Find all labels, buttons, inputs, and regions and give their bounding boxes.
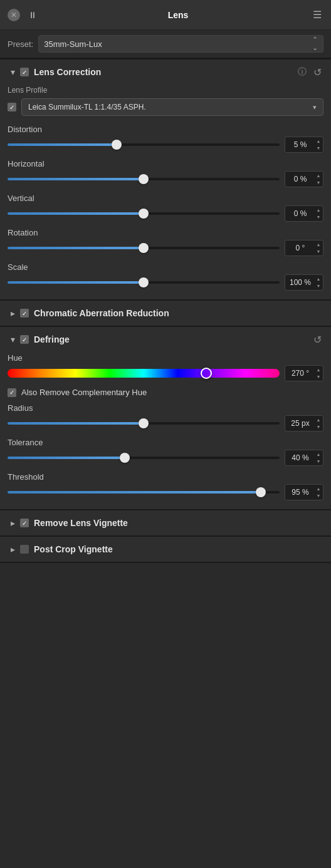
defringe-title: Defringe	[34, 334, 311, 344]
header: ✕ ⏸ Lens ☰	[0, 0, 331, 30]
hue-down-button[interactable]: ▼	[315, 374, 322, 380]
scale-slider-row: 100 % ▲ ▼	[8, 274, 323, 291]
tolerance-down-button[interactable]: ▼	[315, 458, 322, 465]
check-icon: ✓	[22, 336, 27, 343]
threshold-value[interactable]: 95 % ▲ ▼	[285, 484, 323, 500]
lens-correction-chevron[interactable]: ▾	[8, 67, 18, 77]
radius-down-button[interactable]: ▼	[315, 424, 322, 430]
horizontal-slider-row: 0 % ▲ ▼	[8, 171, 323, 187]
hue-value[interactable]: 270 ° ▲ ▼	[285, 365, 323, 381]
close-icon: ✕	[11, 11, 17, 19]
rotation-label: Rotation	[8, 228, 323, 237]
info-icon: ⓘ	[298, 66, 307, 78]
tolerance-up-button[interactable]: ▲	[315, 452, 322, 458]
distortion-up-button[interactable]: ▲	[315, 138, 322, 145]
check-icon: ✓	[22, 310, 27, 317]
info-button[interactable]: ⓘ	[296, 66, 308, 78]
rotation-slider[interactable]	[8, 247, 280, 249]
post-crop-vignette-section: ▸ Post Crop Vignette	[0, 537, 331, 563]
pause-icon: ⏸	[28, 10, 37, 20]
defringe-reset-button[interactable]: ↺	[311, 333, 323, 346]
reset-icon: ↺	[313, 334, 322, 346]
preset-label: Preset:	[8, 39, 33, 49]
lens-profile-sublabel: Lens Profile	[8, 86, 323, 95]
rotation-up-button[interactable]: ▲	[315, 242, 322, 248]
lens-correction-section: ▾ ✓ Lens Correction ⓘ ↺ Lens Profile ✓ L…	[0, 59, 331, 301]
distortion-slider[interactable]	[8, 143, 280, 146]
lens-correction-checkbox[interactable]: ✓	[20, 68, 29, 76]
dropdown-chevron-icon: ▾	[313, 103, 317, 111]
tolerance-label: Tolerance	[8, 438, 323, 447]
chromatic-title: Chromatic Aberration Reduction	[34, 308, 323, 318]
vertical-slider[interactable]	[8, 212, 280, 215]
radius-up-button[interactable]: ▲	[315, 417, 322, 423]
rotation-slider-row: 0 ° ▲ ▼	[8, 240, 323, 256]
menu-button[interactable]: ☰	[311, 9, 323, 21]
remove-lens-vignette-header: ▸ ✓ Remove Lens Vignette	[8, 518, 323, 528]
profile-dropdown[interactable]: Leica Summilux-TL 1:1.4/35 ASPH. ▾	[21, 98, 323, 116]
radius-value[interactable]: 25 px ▲ ▼	[285, 415, 323, 431]
tolerance-value[interactable]: 40 % ▲ ▼	[285, 450, 323, 466]
defringe-section: ▾ ✓ Defringe ↺ Hue 270 ° ▲ ▼ ✓	[0, 327, 331, 510]
threshold-slider-row: 95 % ▲ ▼	[8, 484, 323, 500]
check-icon: ✓	[9, 389, 14, 396]
radius-slider[interactable]	[8, 422, 280, 425]
tolerance-slider[interactable]	[8, 457, 280, 459]
vignette-chevron[interactable]: ▸	[8, 518, 18, 528]
vertical-down-button[interactable]: ▼	[315, 214, 322, 220]
hue-control: Hue 270 ° ▲ ▼	[8, 353, 323, 381]
defringe-checkbox[interactable]: ✓	[20, 335, 29, 344]
check-icon: ✓	[22, 520, 27, 527]
scale-label: Scale	[8, 262, 323, 272]
distortion-label: Distortion	[8, 125, 323, 134]
chromatic-chevron[interactable]: ▸	[8, 308, 18, 318]
menu-icon: ☰	[313, 9, 322, 21]
threshold-control: Threshold 95 % ▲ ▼	[8, 472, 323, 500]
hue-up-button[interactable]: ▲	[315, 367, 322, 373]
check-icon: ✓	[9, 104, 14, 111]
distortion-value[interactable]: 5 % ▲ ▼	[285, 137, 323, 153]
vertical-value[interactable]: 0 % ▲ ▼	[285, 205, 323, 222]
defringe-chevron[interactable]: ▾	[8, 334, 18, 344]
also-remove-checkbox[interactable]: ✓	[8, 388, 16, 397]
chromatic-aberration-section: ▸ ✓ Chromatic Aberration Reduction	[0, 301, 331, 327]
tolerance-slider-row: 40 % ▲ ▼	[8, 450, 323, 466]
reset-button[interactable]: ↺	[311, 66, 323, 78]
rotation-down-button[interactable]: ▼	[315, 249, 322, 255]
preset-select[interactable]: 35mm-Sum-Lux ⌃⌄	[38, 35, 323, 53]
scale-up-button[interactable]: ▲	[315, 276, 322, 282]
rotation-value[interactable]: 0 ° ▲ ▼	[285, 240, 323, 256]
scale-down-button[interactable]: ▼	[315, 283, 322, 289]
scale-slider[interactable]	[8, 281, 280, 284]
also-remove-row: ✓ Also Remove Complementary Hue	[8, 388, 323, 397]
horizontal-control: Horizontal 0 % ▲ ▼	[8, 159, 323, 187]
threshold-up-button[interactable]: ▲	[315, 486, 322, 492]
vertical-up-button[interactable]: ▲	[315, 207, 322, 214]
also-remove-label: Also Remove Complementary Hue	[21, 388, 147, 397]
radius-label: Radius	[8, 403, 323, 413]
post-crop-chevron[interactable]: ▸	[8, 544, 18, 554]
threshold-down-button[interactable]: ▼	[315, 493, 322, 499]
horizontal-up-button[interactable]: ▲	[315, 173, 322, 179]
post-crop-checkbox[interactable]	[20, 545, 29, 554]
vertical-slider-row: 0 % ▲ ▼	[8, 205, 323, 222]
chevron-down-icon: ▾	[11, 334, 15, 344]
post-crop-vignette-header: ▸ Post Crop Vignette	[8, 544, 323, 554]
threshold-slider[interactable]	[8, 491, 280, 493]
hue-slider[interactable]	[8, 369, 280, 378]
distortion-control: Distortion 5 % ▲ ▼	[8, 125, 323, 153]
chromatic-checkbox[interactable]: ✓	[20, 309, 29, 318]
horizontal-down-button[interactable]: ▼	[315, 180, 322, 186]
pause-button[interactable]: ⏸	[26, 9, 39, 21]
profile-checkbox[interactable]: ✓	[8, 103, 16, 111]
distortion-down-button[interactable]: ▼	[315, 145, 322, 152]
horizontal-value[interactable]: 0 % ▲ ▼	[285, 171, 323, 187]
vignette-checkbox[interactable]: ✓	[20, 519, 29, 527]
preset-chevron-icon: ⌃⌄	[312, 36, 318, 52]
hue-slider-row: 270 ° ▲ ▼	[8, 365, 323, 381]
horizontal-slider[interactable]	[8, 178, 280, 180]
close-button[interactable]: ✕	[8, 9, 20, 21]
hue-label: Hue	[8, 353, 323, 363]
preset-row: Preset: 35mm-Sum-Lux ⌃⌄	[0, 30, 331, 58]
scale-value[interactable]: 100 % ▲ ▼	[285, 274, 323, 291]
